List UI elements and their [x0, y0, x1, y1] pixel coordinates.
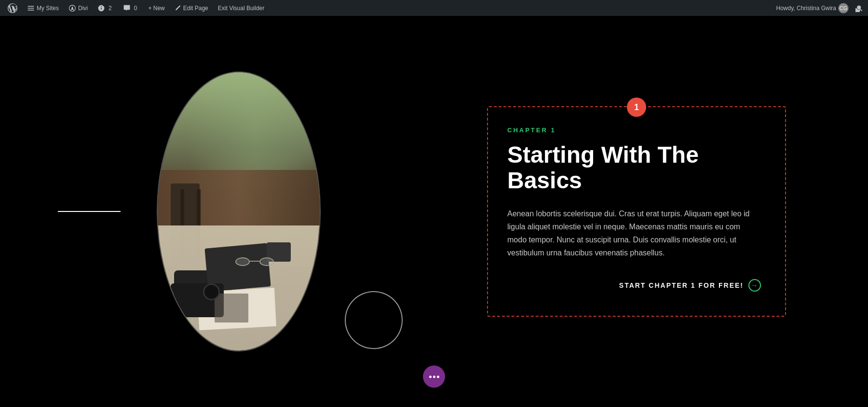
wp-logo-button[interactable] [4, 0, 21, 16]
floating-menu-button[interactable] [423, 365, 445, 388]
page-layout: 1 CHAPTER 1 Starting With The Basics Aen… [0, 16, 868, 407]
user-avatar: CG [838, 3, 849, 14]
cta-link[interactable]: START CHAPTER 1 FOR FREE! → [619, 279, 761, 292]
comments-icon [123, 4, 131, 12]
comments-count: 0 [133, 5, 139, 12]
my-sites-label: My Sites [37, 5, 59, 12]
chapter-title: Starting With The Basics [507, 142, 761, 194]
new-button[interactable]: + New [144, 0, 168, 16]
adminbar-right: Howdy, Christina Gwira CG [773, 3, 864, 14]
edit-icon [175, 5, 181, 12]
chapter-number-badge: 1 [627, 98, 646, 117]
decorative-line [58, 211, 121, 212]
dot-2 [433, 376, 435, 378]
my-sites-button[interactable]: My Sites [23, 0, 63, 16]
chapter-box: 1 CHAPTER 1 Starting With The Basics Aen… [487, 106, 786, 316]
search-button[interactable] [854, 3, 864, 13]
right-section: 1 CHAPTER 1 Starting With The Basics Aen… [477, 16, 868, 407]
edit-page-button[interactable]: Edit Page [171, 0, 212, 16]
updates-button[interactable]: 2 [94, 0, 117, 16]
dot-3 [437, 376, 439, 378]
updates-count: 2 [107, 5, 113, 12]
left-section [0, 16, 477, 407]
updates-icon [97, 4, 105, 12]
chapter-label: CHAPTER 1 [507, 126, 761, 134]
wordpress-icon [8, 3, 17, 13]
oval-image [157, 71, 321, 351]
divi-label: Divi [78, 5, 88, 12]
dot-1 [429, 376, 432, 378]
chapter-cta: START CHAPTER 1 FOR FREE! → [507, 279, 761, 292]
chapter-body: Aenean lobortis scelerisque dui. Cras ut… [507, 207, 761, 260]
howdy-user[interactable]: Howdy, Christina Gwira CG [773, 3, 853, 14]
howdy-label: Howdy, Christina Gwira [776, 5, 836, 12]
divi-icon [68, 4, 76, 12]
main-content: 1 CHAPTER 1 Starting With The Basics Aen… [0, 16, 868, 407]
divi-button[interactable]: Divi [65, 0, 92, 16]
exit-vb-button[interactable]: Exit Visual Builder [214, 0, 269, 16]
exit-vb-label: Exit Visual Builder [218, 5, 265, 12]
new-label: + New [148, 5, 164, 12]
my-sites-icon [27, 4, 35, 12]
edit-page-label: Edit Page [183, 5, 208, 12]
admin-bar: My Sites Divi 2 0 + New Edit Page Exit V… [0, 0, 868, 16]
cta-label: START CHAPTER 1 FOR FREE! [619, 281, 744, 289]
cta-arrow-icon: → [748, 279, 761, 292]
comments-button[interactable]: 0 [119, 0, 143, 16]
circle-overlay [345, 291, 403, 349]
oval-image-inner [158, 72, 320, 351]
